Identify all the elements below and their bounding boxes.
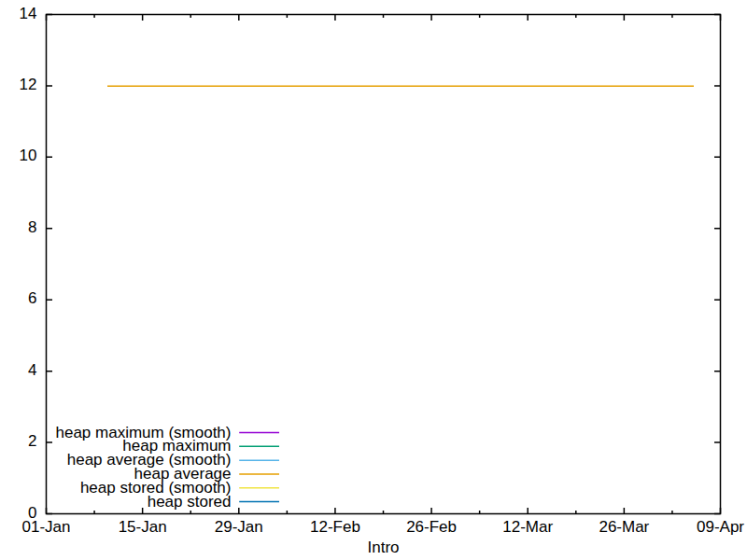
svg-text:14: 14 — [20, 5, 37, 22]
svg-text:12: 12 — [20, 76, 37, 93]
svg-text:2: 2 — [28, 432, 36, 450]
svg-text:10: 10 — [20, 147, 37, 164]
svg-text:Intro: Intro — [367, 539, 399, 556]
svg-text:09-Apr: 09-Apr — [697, 518, 744, 536]
svg-text:12-Mar: 12-Mar — [502, 518, 553, 536]
svg-text:8: 8 — [28, 218, 36, 236]
svg-text:01-Jan: 01-Jan — [22, 518, 71, 536]
svg-text:heap stored: heap stored — [148, 493, 232, 511]
svg-text:26-Mar: 26-Mar — [599, 518, 649, 536]
svg-text:15-Jan: 15-Jan — [119, 518, 167, 536]
svg-text:29-Jan: 29-Jan — [215, 518, 263, 536]
svg-text:26-Feb: 26-Feb — [406, 518, 457, 536]
svg-text:12-Feb: 12-Feb — [310, 518, 360, 536]
svg-text:6: 6 — [28, 289, 36, 307]
svg-text:4: 4 — [28, 361, 36, 379]
